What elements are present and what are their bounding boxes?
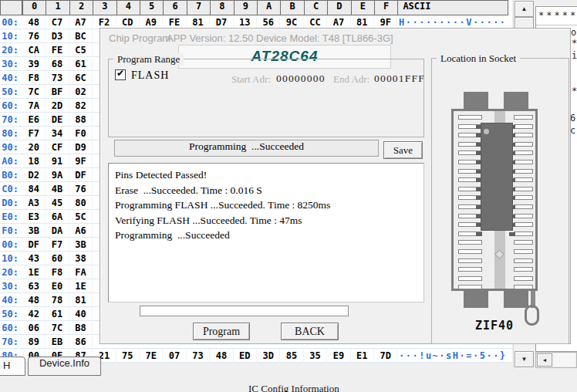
hex-byte[interactable]: 48 bbox=[210, 349, 233, 363]
hex-byte[interactable]: 7A bbox=[22, 99, 46, 113]
hex-byte[interactable]: 1E bbox=[69, 279, 93, 293]
hex-byte[interactable]: 40 bbox=[69, 307, 93, 321]
hex-byte[interactable]: 61 bbox=[46, 307, 69, 321]
hex-ascii[interactable]: ···!u~·sH·=·5··} bbox=[399, 349, 507, 363]
hex-byte[interactable]: 3B bbox=[22, 224, 46, 238]
hex-byte[interactable]: E1 bbox=[351, 349, 374, 363]
hex-byte[interactable]: A3 bbox=[22, 196, 46, 210]
hex-byte[interactable]: 2D bbox=[46, 99, 69, 113]
hex-byte[interactable]: 7C bbox=[46, 321, 69, 335]
hex-byte[interactable]: 60 bbox=[46, 252, 69, 265]
hex-byte[interactable]: 80 bbox=[69, 196, 93, 210]
hex-byte[interactable]: 81 bbox=[69, 293, 93, 307]
hex-byte[interactable]: BC bbox=[69, 29, 93, 43]
horizontal-scrollbar[interactable]: ◄ bbox=[535, 352, 577, 368]
scroll-left-button[interactable]: ◄ bbox=[537, 353, 552, 367]
hex-byte[interactable]: D2 bbox=[22, 168, 46, 182]
hex-byte[interactable]: E3 bbox=[22, 210, 46, 224]
hex-byte[interactable]: D9 bbox=[69, 140, 93, 154]
program-button[interactable]: Program bbox=[193, 323, 250, 340]
hex-byte[interactable]: 88 bbox=[69, 113, 93, 127]
hex-byte[interactable]: 63 bbox=[22, 279, 46, 293]
hex-byte[interactable]: 48 bbox=[22, 15, 46, 29]
hex-byte[interactable]: E6 bbox=[22, 113, 46, 127]
hex-byte[interactable]: 7C bbox=[22, 85, 46, 99]
socket-pin bbox=[514, 177, 533, 182]
hex-byte[interactable]: 43 bbox=[22, 252, 46, 265]
hex-byte[interactable]: 42 bbox=[22, 307, 46, 321]
hex-byte[interactable]: 73 bbox=[187, 349, 210, 363]
horizontal-scrollbar-track[interactable] bbox=[553, 353, 575, 367]
hex-byte[interactable]: 7E bbox=[140, 349, 163, 363]
hex-byte[interactable]: 61 bbox=[69, 57, 93, 71]
hex-byte[interactable]: 75 bbox=[116, 349, 140, 363]
hex-byte[interactable]: 4B bbox=[46, 182, 69, 196]
hex-byte[interactable]: DF bbox=[69, 168, 93, 182]
hex-byte[interactable]: 18 bbox=[22, 154, 46, 168]
hex-byte[interactable]: 6C bbox=[69, 71, 93, 85]
hex-byte[interactable]: 5C bbox=[69, 210, 93, 224]
hex-byte[interactable]: 38 bbox=[69, 252, 93, 265]
log-output[interactable]: Pins Detected Passed!Erase ...Succeeded.… bbox=[108, 163, 424, 302]
hex-byte[interactable]: A7 bbox=[69, 15, 93, 29]
hex-byte[interactable]: F8 bbox=[22, 71, 46, 85]
hex-byte[interactable]: F0 bbox=[69, 127, 93, 140]
socket-pin bbox=[458, 115, 482, 120]
hex-byte[interactable]: 9A bbox=[46, 168, 69, 182]
hex-byte[interactable]: 84 bbox=[22, 182, 46, 196]
hex-byte[interactable]: FA bbox=[69, 265, 93, 279]
hex-byte[interactable]: F8 bbox=[46, 265, 69, 279]
hex-byte[interactable]: B8 bbox=[69, 321, 93, 335]
hex-byte[interactable]: 76 bbox=[69, 182, 93, 196]
hex-byte[interactable]: 6A bbox=[46, 210, 69, 224]
hex-byte[interactable]: CF bbox=[46, 140, 69, 154]
hex-byte[interactable]: 9F bbox=[69, 154, 93, 168]
socket-pin bbox=[514, 214, 533, 218]
hex-byte[interactable]: 48 bbox=[22, 293, 46, 307]
hex-byte[interactable]: 86 bbox=[69, 335, 93, 349]
hex-byte[interactable]: 02 bbox=[69, 85, 93, 99]
hex-byte[interactable]: FE bbox=[46, 43, 69, 57]
hex-byte[interactable]: 39 bbox=[22, 57, 46, 71]
hex-byte[interactable]: 34 bbox=[46, 127, 69, 140]
hex-byte[interactable]: DE bbox=[46, 113, 69, 127]
hex-byte[interactable]: BF bbox=[46, 85, 69, 99]
hex-byte[interactable]: 91 bbox=[46, 154, 69, 168]
hex-byte[interactable]: 3D bbox=[257, 349, 280, 363]
hex-byte[interactable]: 45 bbox=[46, 196, 69, 210]
hex-byte[interactable]: A6 bbox=[69, 224, 93, 238]
hex-byte[interactable]: 68 bbox=[46, 57, 69, 71]
back-button[interactable]: BACK bbox=[281, 323, 339, 340]
hex-byte[interactable]: EB bbox=[46, 335, 69, 349]
hex-byte[interactable]: F7 bbox=[46, 238, 69, 252]
hex-byte[interactable]: C7 bbox=[46, 15, 69, 29]
save-log-button[interactable]: Save Log bbox=[383, 141, 423, 159]
tab-device-info[interactable]: Device.Info bbox=[28, 357, 101, 376]
flash-checkbox[interactable]: ✔ bbox=[115, 69, 126, 80]
hex-byte[interactable]: 85 bbox=[280, 349, 303, 363]
hex-byte[interactable]: ED bbox=[234, 349, 257, 363]
hex-byte[interactable]: D3 bbox=[46, 29, 69, 43]
hex-byte[interactable]: 1E bbox=[22, 265, 46, 279]
hex-byte[interactable]: 3B bbox=[69, 238, 93, 252]
hex-byte[interactable]: F7 bbox=[22, 127, 46, 140]
hex-byte[interactable]: 76 bbox=[22, 29, 46, 43]
hex-byte[interactable]: CA bbox=[22, 43, 46, 57]
hex-byte[interactable]: 78 bbox=[46, 293, 69, 307]
tab-flash-buffer[interactable]: H bbox=[0, 357, 25, 376]
scroll-up-button[interactable]: ▲ bbox=[515, 1, 534, 17]
hex-byte[interactable]: 20 bbox=[22, 140, 46, 154]
hex-byte[interactable]: DA bbox=[46, 224, 69, 238]
hex-byte[interactable]: 73 bbox=[46, 71, 69, 85]
hex-byte[interactable]: C5 bbox=[69, 43, 93, 57]
hex-byte[interactable]: E9 bbox=[327, 349, 350, 363]
scroll-down-button[interactable]: ▼ bbox=[515, 351, 534, 367]
hex-byte[interactable]: 35 bbox=[304, 349, 327, 363]
hex-byte[interactable]: E0 bbox=[46, 279, 69, 293]
hex-byte[interactable]: 07 bbox=[163, 349, 186, 363]
hex-byte[interactable]: 82 bbox=[69, 99, 93, 113]
hex-byte[interactable]: 7D bbox=[374, 349, 397, 363]
hex-byte[interactable]: 89 bbox=[22, 335, 46, 349]
hex-byte[interactable]: DF bbox=[22, 238, 46, 252]
hex-byte[interactable]: 06 bbox=[22, 321, 46, 335]
